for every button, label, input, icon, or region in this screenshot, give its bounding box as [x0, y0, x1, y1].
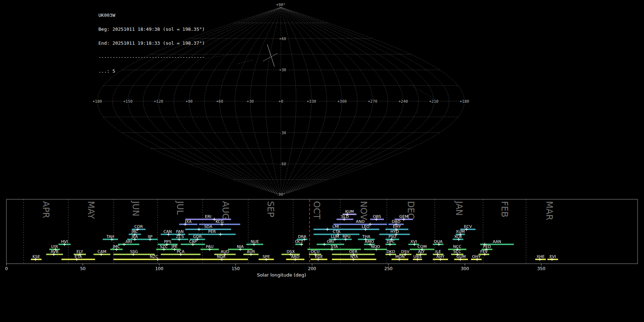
shower-SSG: SSG: [113, 249, 155, 256]
shower-code-label: LEO: [362, 224, 370, 229]
shower-code-label: NTA: [350, 254, 358, 259]
shower-activity-chart: APRMAYJUNJULAUGSEPOCTNOVDECJANFEBMARKUME…: [0, 0, 644, 322]
shower-code-label: DAD: [392, 219, 400, 224]
shower-code-label: OCT: [295, 239, 303, 244]
shower-code-label: ECV: [464, 224, 472, 229]
shower-code-label: GEM: [399, 214, 408, 219]
x-axis: 050100150200250300350Solar longitude (de…: [5, 264, 545, 278]
shower-SPE: SPE: [259, 254, 274, 261]
shower-code-label: SSG: [130, 249, 138, 254]
shower-code-label: OBS: [373, 214, 381, 219]
shower-code-label: NIA: [237, 244, 244, 249]
shower-code-label: XUM: [456, 229, 465, 234]
shower-CAN: CAN: [161, 229, 174, 236]
shower-OBS: OBS: [370, 214, 384, 221]
shower-PCA: PCA: [161, 249, 200, 256]
shower-code-label: MON: [395, 254, 405, 259]
shower-PAU: PAU: [200, 244, 219, 251]
shower-code-label: ARD: [291, 254, 299, 259]
shower-code-label: XVI: [410, 239, 417, 244]
shower-code-label: OER: [349, 249, 358, 254]
month-label: FEB: [499, 201, 509, 217]
shower-code-label: DSV: [401, 249, 409, 254]
meteor-count: ...: 5: [98, 69, 205, 73]
shower-code-label: AUR: [247, 249, 255, 254]
shower-SLD: SLD: [337, 214, 353, 221]
shower-GUM: GUM: [454, 254, 468, 261]
shower-code-label: LUM: [331, 234, 339, 239]
shower-AVB: AVB: [46, 249, 63, 256]
shower-code-label: CAN: [164, 229, 172, 234]
shower-code-label: XHE: [536, 254, 545, 259]
shower-code-label: SPE: [263, 254, 270, 259]
shower-code-label: GDR: [193, 234, 202, 239]
shower-code-label: HVI: [61, 239, 68, 244]
shower-code-label: QUA: [434, 239, 443, 244]
shower-code-label: ARI: [125, 239, 132, 244]
shower-code-label: JRC: [131, 229, 138, 234]
shower-code-label: NOO: [371, 244, 380, 249]
shower-LEO: LEO: [352, 224, 379, 231]
shower-code-label: GUM: [457, 254, 466, 259]
shower-code-label: KUM: [345, 209, 354, 214]
shower-code-label: LMI: [332, 224, 339, 229]
shower-DKD: DKD: [385, 249, 396, 256]
shower-code-label: AAN: [493, 239, 501, 244]
end-time: End: 20251011 19:18:33 (sol = 198.37°): [98, 41, 205, 45]
shower-code-label: RPU: [342, 234, 350, 239]
month-label: JUN: [131, 200, 141, 216]
month-label: JAN: [454, 200, 464, 216]
separator: --------------------------------------: [98, 55, 205, 59]
shower-code-label: LYR: [51, 244, 58, 249]
shower-XCB: XCB: [453, 234, 463, 241]
shower-EVI: EVI: [547, 254, 558, 261]
shower-MON: MON: [391, 254, 408, 261]
shower-code-label: HYD: [390, 229, 399, 234]
month-label: SEP: [265, 201, 275, 217]
shower-code-label: EHY: [393, 224, 401, 229]
shower-code-label: XCB: [454, 234, 462, 239]
shower-code-label: CAP: [189, 239, 197, 244]
shower-code-label: NZC: [150, 254, 158, 259]
month-label: MAR: [544, 201, 554, 220]
shower-CAM: CAM: [93, 249, 110, 256]
shower-code-label: ERI: [205, 214, 211, 219]
shower-code-label: AVB: [51, 249, 59, 254]
x-tick-label: 250: [384, 266, 392, 271]
shower-code-label: JPE: [171, 244, 177, 249]
shower-EGE: EGE: [311, 254, 327, 261]
shower-IIP: IIP: [142, 234, 158, 241]
shower-AND: AND: [333, 219, 387, 226]
shower-code-label: AMO: [365, 239, 374, 244]
shower-code-label: PSU: [389, 234, 396, 239]
shower-code-label: FED: [483, 244, 491, 249]
meteor-analyzer-window: { "window": { "width": 1800, "height": 9…: [0, 0, 644, 322]
shower-code-label: PER: [208, 229, 216, 234]
x-tick-label: 300: [461, 266, 469, 271]
shower-ETA: ETA: [62, 254, 95, 261]
shower-code-label: EVI: [550, 254, 556, 259]
shower-code-label: JMC: [112, 244, 120, 249]
x-tick-label: 50: [80, 266, 86, 271]
shower-code-label: FEV: [480, 249, 488, 254]
month-label: MAY: [86, 201, 96, 219]
shower-code-label: ETA: [75, 254, 82, 259]
shower-code-label: SLD: [341, 214, 349, 219]
shower-code-label: AHY: [436, 254, 445, 259]
shower-code-label: DPC: [387, 239, 395, 244]
x-tick-label: 350: [537, 266, 545, 271]
observation-info-block: UK003W Beg: 20251011 18:49:38 (sol = 198…: [98, 4, 205, 78]
shower-code-label: AUD: [221, 249, 229, 254]
shower-URS: URS: [413, 254, 422, 261]
shower-KSE: KSE: [31, 254, 42, 261]
month-labels: APRMAYJUNJULAUGSEPOCTNOVDECJANFEBMAR: [41, 200, 554, 220]
month-label: NOV: [358, 201, 369, 220]
shower-QUA: QUA: [433, 239, 444, 246]
shower-code-label: OCU: [311, 249, 319, 254]
shower-code-label: STA: [331, 244, 338, 249]
shower-code-label: JXA: [185, 219, 192, 224]
shower-code-label: PCA: [177, 249, 185, 254]
month-label: OCT: [312, 201, 322, 219]
shower-code-label: FAN: [176, 229, 184, 234]
begin-time: Beg: 20251011 18:49:38 (sol = 198.35°): [98, 27, 205, 31]
